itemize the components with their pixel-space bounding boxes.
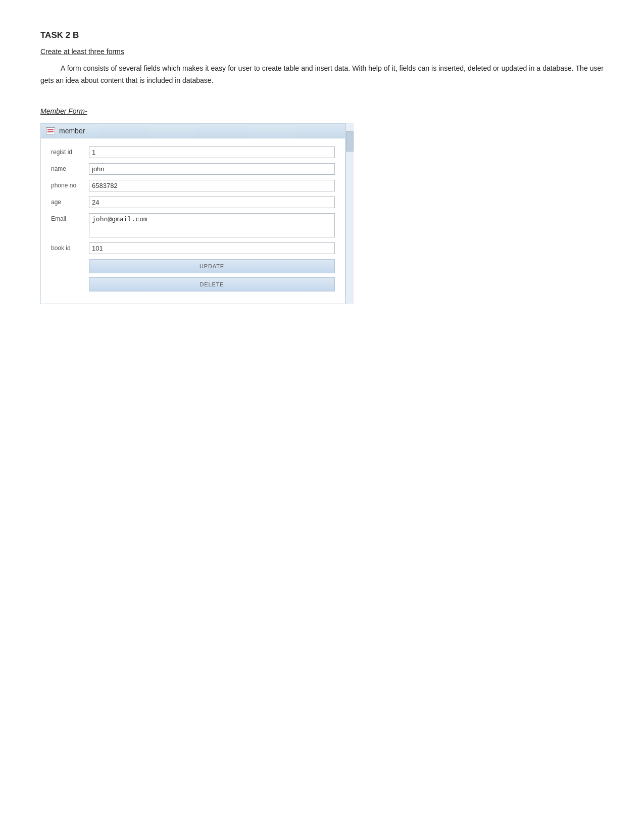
delete-btn-row: DELETE <box>51 277 335 291</box>
update-button[interactable]: UPDATE <box>89 259 335 273</box>
section-label: Member Form- <box>40 107 604 115</box>
input-name[interactable] <box>89 163 335 175</box>
delete-button[interactable]: DELETE <box>89 277 335 291</box>
input-book-id[interactable] <box>89 242 335 254</box>
update-btn-row: UPDATE <box>51 259 335 273</box>
form-row-phone: phone no <box>51 180 335 191</box>
member-form: member regist id name phone no age <box>40 123 345 304</box>
label-phone: phone no <box>51 180 89 189</box>
form-icon <box>46 127 55 134</box>
subtitle-link: Create at least three forms <box>40 47 124 56</box>
scrollbar-thumb <box>346 131 354 152</box>
form-row-regist-id: regist id <box>51 146 335 158</box>
form-row-age: age <box>51 197 335 208</box>
form-scrollbar[interactable] <box>345 123 354 304</box>
form-row-name: name <box>51 163 335 175</box>
input-age[interactable] <box>89 197 335 208</box>
form-title: member <box>59 127 85 135</box>
label-email: Email <box>51 213 89 222</box>
task-title: TASK 2 B <box>40 30 604 40</box>
label-age: age <box>51 197 89 206</box>
input-phone[interactable] <box>89 180 335 191</box>
form-titlebar: member <box>41 124 345 138</box>
form-row-email: Email <box>51 213 335 237</box>
label-book-id: book id <box>51 242 89 252</box>
description: A form consists of several fields which … <box>40 63 604 87</box>
member-form-wrapper: member regist id name phone no age <box>40 123 354 304</box>
input-email[interactable] <box>89 213 335 237</box>
form-body: regist id name phone no age Email <box>41 138 345 304</box>
form-row-book-id: book id <box>51 242 335 254</box>
label-regist-id: regist id <box>51 146 89 156</box>
input-regist-id[interactable] <box>89 146 335 158</box>
label-name: name <box>51 163 89 172</box>
